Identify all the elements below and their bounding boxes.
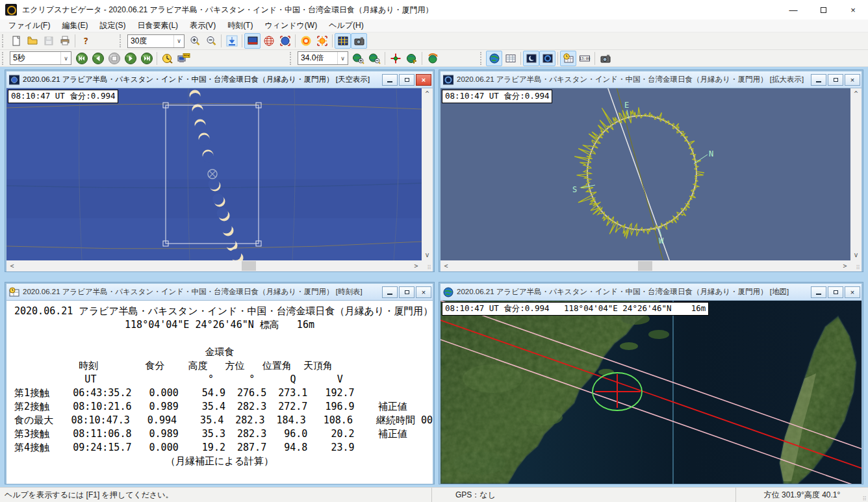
map-close-button[interactable]: ×	[845, 286, 860, 298]
sun-center-view-button[interactable]	[314, 33, 330, 49]
globe-drag-button[interactable]	[424, 51, 440, 66]
print-button[interactable]	[57, 33, 73, 49]
scroll-thumb[interactable]	[638, 261, 652, 271]
zoom-horizontal-scrollbar[interactable]: < >	[440, 260, 850, 271]
minimize-button[interactable]: —	[778, 0, 808, 19]
stop-button[interactable]	[106, 51, 122, 66]
zoom-window-title: 2020.06.21 アラビア半島・パキスタン・インド・中国・台湾金環日食（月縁…	[457, 75, 808, 84]
toolbar-grip[interactable]	[120, 34, 124, 47]
sky-restore-button[interactable]	[399, 74, 415, 86]
grid-overlay-toggle-button[interactable]	[335, 33, 351, 49]
map-drawing[interactable]	[440, 301, 862, 484]
toolbar-grip[interactable]	[480, 52, 485, 65]
set-time-button[interactable]	[159, 51, 175, 66]
field-angle-select[interactable]: 30度 ∨	[127, 34, 185, 48]
zoom-vertical-scrollbar[interactable]: ^ v	[850, 88, 862, 260]
set-now-button[interactable]: NOW	[175, 51, 192, 66]
menu-edit[interactable]: 編集(E)	[56, 19, 94, 32]
timetable-minimize-button[interactable]	[382, 286, 398, 298]
play-forward-button[interactable]	[122, 51, 138, 66]
time-step-select[interactable]: 5秒 ∨	[10, 51, 71, 65]
timetable-window-icon	[563, 53, 574, 64]
zoom-close-button[interactable]: ×	[845, 74, 860, 86]
capture-window-button[interactable]	[597, 51, 613, 66]
capture-toggle-button[interactable]	[351, 33, 367, 49]
menu-settings[interactable]: 設定(S)	[94, 19, 131, 32]
resize-grip[interactable]	[422, 260, 433, 271]
sun-center-icon	[316, 35, 328, 47]
menu-window[interactable]: ウィンドウ(W)	[259, 19, 323, 32]
open-file-button[interactable]	[24, 33, 40, 49]
close-button[interactable]: ×	[838, 0, 868, 19]
fast-forward-button[interactable]	[138, 51, 155, 66]
timetable-window-toggle[interactable]	[560, 51, 576, 66]
toolbar-grip[interactable]	[2, 34, 6, 47]
map-zoom-select[interactable]: 34.0倍 ∨	[298, 51, 348, 65]
svg-text:13:00: 13:00	[579, 56, 590, 60]
resize-grip[interactable]	[850, 260, 862, 271]
zoom-in-button[interactable]	[186, 33, 203, 49]
map-zoom-in-icon	[352, 53, 364, 64]
map-restore-button[interactable]	[828, 286, 843, 298]
digital-clock-window-button[interactable]: 13:00	[576, 51, 593, 66]
table-window-toggle[interactable]	[502, 51, 518, 66]
fast-rewind-button[interactable]	[73, 51, 90, 66]
download-elements-button[interactable]	[223, 33, 240, 49]
globe-pointer-button[interactable]	[403, 51, 420, 66]
help-button[interactable]: ?	[77, 33, 94, 49]
chevron-down-icon: ∨	[60, 52, 71, 64]
sky-view-drawing[interactable]	[6, 88, 422, 260]
scroll-down-icon[interactable]: v	[422, 249, 433, 260]
map-window-titlebar[interactable]: 2020.06.21 アラビア半島・パキスタン・インド・中国・台湾金環日食（月縁…	[440, 284, 862, 301]
sky-view-toggle-button[interactable]	[244, 33, 261, 49]
timetable-restore-button[interactable]	[399, 286, 415, 298]
zoom-in-icon	[189, 35, 201, 47]
scroll-right-icon[interactable]: >	[411, 260, 422, 271]
sky-window-titlebar[interactable]: 2020.06.21 アラビア半島・パキスタン・インド・中国・台湾金環日食（月縁…	[6, 71, 433, 88]
menu-eclipse-elements[interactable]: 日食要素(L)	[131, 19, 184, 32]
moon-window-icon	[526, 53, 537, 64]
scroll-up-icon[interactable]: ^	[422, 88, 433, 99]
zoom-restore-button[interactable]	[828, 74, 843, 86]
center-location-button[interactable]	[387, 51, 403, 66]
zoom-canvas[interactable]: 08:10:47 UT 食分:0.994 E N S W	[440, 88, 862, 271]
globe-window-toggle[interactable]	[486, 51, 502, 66]
zoom-minimize-button[interactable]	[811, 74, 826, 86]
disc-view-button[interactable]	[277, 33, 293, 49]
map-zoom-in-button[interactable]	[350, 51, 366, 66]
globe-grid-view-button[interactable]	[261, 33, 277, 49]
play-backward-button[interactable]	[90, 51, 106, 66]
sky-horizontal-scrollbar[interactable]: < >	[6, 260, 422, 271]
sky-close-button[interactable]: ×	[416, 74, 431, 86]
timetable-window-titlebar[interactable]: 2020.06.21 アラビア半島・パキスタン・インド・中国・台湾金環日食（月縁…	[6, 284, 433, 301]
zoom-window-titlebar[interactable]: 2020.06.21 アラビア半島・パキスタン・インド・中国・台湾金環日食（月縁…	[440, 71, 862, 88]
new-file-button[interactable]	[8, 33, 24, 49]
timetable-content[interactable]: 2020.06.21 アラビア半島・パキスタン・インド・中国・台湾金環日食（月縁…	[6, 301, 433, 484]
maximize-button[interactable]	[808, 0, 838, 19]
menu-view[interactable]: 表示(V)	[184, 19, 222, 32]
toolbar-grip[interactable]	[290, 52, 294, 65]
zoom-out-button[interactable]	[203, 33, 219, 49]
map-canvas[interactable]: 08:10:47 UT 食分:0.994 118°04'04"E 24°26'4…	[440, 301, 862, 484]
moon-window-toggle[interactable]	[523, 51, 539, 66]
sky-canvas[interactable]: 08:10:47 UT 食分:0.994	[6, 88, 433, 271]
toolbar-grip[interactable]	[2, 52, 6, 65]
menu-time[interactable]: 時刻(T)	[222, 19, 259, 32]
scroll-thumb[interactable]	[242, 261, 256, 271]
menu-help[interactable]: ヘルプ(H)	[323, 19, 370, 32]
sun-ring-view-button[interactable]	[298, 33, 314, 49]
zoom-view-drawing[interactable]: E N S W	[440, 88, 850, 260]
timetable-close-button[interactable]: ×	[416, 286, 431, 298]
map-minimize-button[interactable]	[811, 286, 826, 298]
scroll-right-icon[interactable]: >	[839, 260, 850, 271]
scroll-up-icon[interactable]: ^	[850, 88, 862, 99]
sky-vertical-scrollbar[interactable]: ^ v	[422, 88, 433, 260]
ring-window-toggle[interactable]	[539, 51, 555, 66]
sky-minimize-button[interactable]	[382, 74, 398, 86]
map-zoom-out-button[interactable]	[366, 51, 383, 66]
scroll-left-icon[interactable]: <	[6, 260, 18, 271]
menu-file[interactable]: ファイル(F)	[3, 19, 56, 32]
scroll-down-icon[interactable]: v	[850, 249, 862, 260]
application-window: エクリプスナビゲータ - 2020.06.21 アラビア半島・パキスタン・インド…	[0, 0, 868, 502]
scroll-left-icon[interactable]: <	[440, 260, 452, 271]
